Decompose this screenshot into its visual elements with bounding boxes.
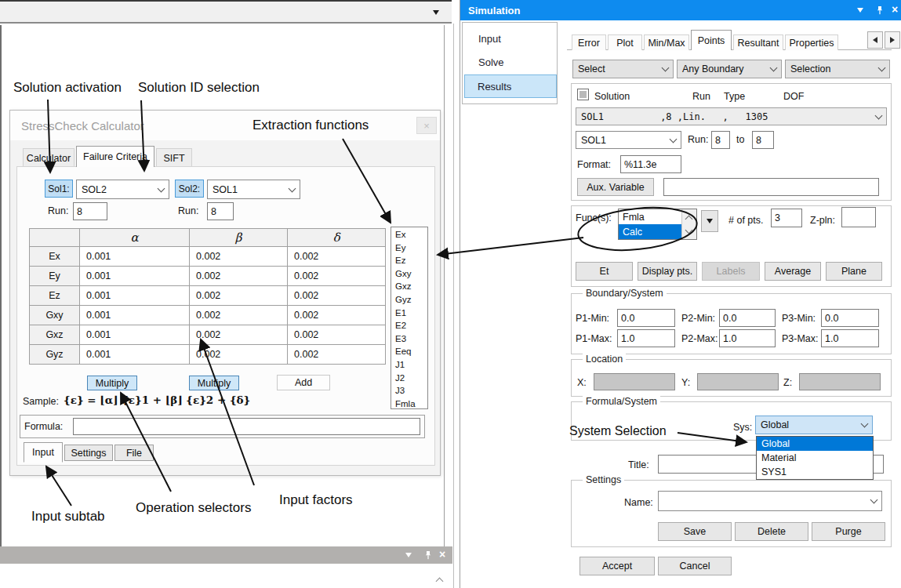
formula-input[interactable]: [73, 418, 420, 435]
list-item[interactable]: Gxz: [395, 280, 427, 293]
list-item[interactable]: Ex: [395, 228, 427, 241]
list-item[interactable]: J1: [395, 358, 427, 372]
tab-scroll-left-button[interactable]: [867, 31, 883, 49]
multiply2-button[interactable]: Multiply: [189, 376, 239, 390]
aux-variable-input[interactable]: [663, 178, 879, 196]
any-boundary-dropdown[interactable]: Any Boundary: [677, 60, 782, 78]
list-item[interactable]: E3: [395, 332, 427, 346]
selection-dropdown[interactable]: Selection: [785, 60, 890, 78]
listbox-scrollbar[interactable]: [681, 209, 696, 239]
p3-max-input[interactable]: [821, 329, 879, 347]
factor-cell[interactable]: 0.002: [190, 286, 288, 306]
tab-sift[interactable]: SIFT: [156, 148, 192, 167]
run-from-input[interactable]: [711, 131, 730, 149]
nav-item-input[interactable]: Input: [466, 29, 555, 48]
factor-cell[interactable]: 0.001: [80, 286, 190, 306]
sys-dropdown[interactable]: Global: [755, 416, 873, 434]
toolbar-dropdown-icon[interactable]: [433, 10, 439, 15]
solution-row-dropdown[interactable]: SOL1 ,8 ,Lin. , 1305: [576, 107, 887, 125]
nav-item-results[interactable]: Results: [464, 74, 557, 98]
tab-calculator[interactable]: Calculator: [23, 148, 74, 167]
nav-item-solve[interactable]: Solve: [466, 53, 555, 71]
tab-minmax[interactable]: Min/Max: [644, 34, 689, 50]
factor-cell[interactable]: 0.002: [288, 345, 386, 365]
factor-cell[interactable]: 0.002: [190, 267, 288, 286]
accept-button[interactable]: Accept: [579, 557, 655, 575]
factor-cell[interactable]: 0.002: [190, 345, 288, 365]
factor-cell[interactable]: 0.001: [80, 247, 190, 267]
num-points-input[interactable]: [771, 209, 802, 227]
dialog-titlebar[interactable]: StressCheck Calculator ×: [10, 111, 440, 140]
factor-cell[interactable]: 0.002: [288, 325, 386, 345]
run-to-input[interactable]: [752, 131, 774, 149]
function-listbox[interactable]: Fmla Calc: [618, 209, 697, 240]
sol1-solution-select[interactable]: SOL2: [76, 180, 169, 199]
tab-resultant[interactable]: Resultant: [733, 34, 783, 50]
list-item[interactable]: J3: [395, 384, 427, 397]
function-option-fmla[interactable]: Fmla: [619, 209, 681, 224]
sol1-activation-toggle[interactable]: Sol1:: [45, 180, 73, 198]
add-button[interactable]: Add: [277, 375, 330, 390]
tab-scroll-right-button[interactable]: [885, 31, 900, 49]
list-item[interactable]: E1: [395, 307, 427, 320]
extraction-functions-list[interactable]: Ex Ey Ez Gxy Gxz Gyz E1 E2 E3 Eeq J1 J2 …: [391, 227, 428, 409]
save-button[interactable]: Save: [658, 522, 732, 541]
list-item[interactable]: E2: [395, 319, 427, 332]
factor-cell[interactable]: 0.002: [190, 325, 288, 345]
cancel-button[interactable]: Cancel: [658, 557, 732, 575]
panel-close-icon[interactable]: ×: [892, 3, 898, 16]
dock-menu-icon[interactable]: [405, 553, 412, 557]
list-item[interactable]: Eeq: [395, 345, 427, 358]
factor-cell[interactable]: 0.001: [80, 306, 190, 325]
sol2-activation-toggle[interactable]: Sol2:: [175, 180, 204, 198]
sys-option-sys1[interactable]: SYS1: [757, 465, 873, 479]
tab-points[interactable]: Points: [691, 30, 732, 50]
sys-option-global[interactable]: Global: [757, 437, 873, 451]
simulation-titlebar[interactable]: Simulation ×: [460, 0, 901, 20]
subtab-file[interactable]: File: [114, 445, 154, 461]
factor-cell[interactable]: 0.002: [190, 306, 288, 325]
delete-button[interactable]: Delete: [735, 522, 808, 541]
factor-cell[interactable]: 0.002: [288, 247, 386, 267]
panel-pin-icon[interactable]: [876, 5, 884, 15]
list-item[interactable]: Ez: [395, 254, 427, 267]
list-item[interactable]: Fmla: [395, 397, 427, 411]
list-item[interactable]: Ey: [395, 241, 427, 255]
run2-input[interactable]: [207, 202, 234, 220]
tab-failure-criteria[interactable]: Failure Criteria: [76, 146, 154, 167]
factor-cell[interactable]: 0.001: [80, 325, 190, 345]
p3-min-input[interactable]: [821, 309, 879, 327]
p2-min-input[interactable]: [719, 309, 776, 327]
sys-option-material[interactable]: Material: [757, 451, 873, 465]
et-button[interactable]: Et: [576, 262, 633, 281]
purge-button[interactable]: Purge: [812, 522, 885, 541]
solution-id-dropdown[interactable]: SOL1: [576, 131, 681, 149]
tab-plot[interactable]: Plot: [608, 34, 642, 50]
select-dropdown[interactable]: Select: [572, 60, 674, 78]
run1-input[interactable]: [73, 202, 107, 220]
sol2-solution-select[interactable]: SOL1: [207, 180, 300, 199]
docked-window-titlebar[interactable]: ×: [0, 546, 452, 564]
plane-button[interactable]: Plane: [826, 262, 882, 281]
p1-min-input[interactable]: [617, 309, 675, 327]
z-plane-input[interactable]: [841, 207, 876, 227]
dialog-close-button[interactable]: ×: [416, 117, 437, 134]
tab-properties[interactable]: Properties: [785, 34, 838, 50]
scroll-up-icon[interactable]: [437, 576, 442, 584]
factor-cell[interactable]: 0.002: [190, 247, 288, 267]
factor-cell[interactable]: 0.001: [80, 345, 190, 365]
scroll-up-icon[interactable]: [685, 216, 693, 223]
factor-cell[interactable]: 0.002: [288, 306, 386, 325]
aux-variable-button[interactable]: Aux. Variable: [577, 178, 654, 196]
panel-menu-icon[interactable]: [857, 8, 863, 13]
function-option-calc[interactable]: Calc: [619, 224, 681, 239]
multiply1-button[interactable]: Multiply: [87, 376, 137, 390]
average-button[interactable]: Average: [765, 262, 821, 281]
p1-max-input[interactable]: [617, 329, 675, 347]
subtab-settings[interactable]: Settings: [64, 445, 113, 461]
name-dropdown[interactable]: [658, 491, 882, 511]
factor-cell[interactable]: 0.002: [288, 267, 386, 286]
factor-cell[interactable]: 0.002: [288, 286, 386, 306]
subtab-input[interactable]: Input: [24, 442, 63, 463]
panel-splitter[interactable]: [453, 24, 454, 588]
